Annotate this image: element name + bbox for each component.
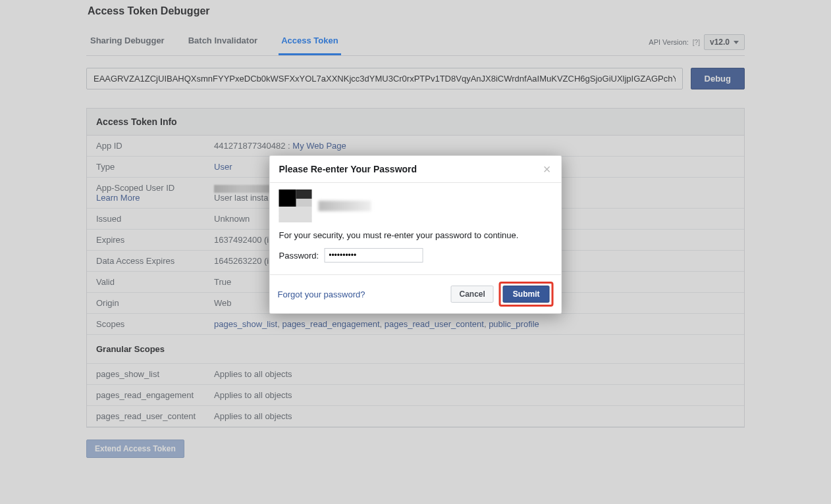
forgot-password-link[interactable]: Forgot your password? [278, 290, 451, 299]
redacted-user-name [319, 201, 371, 211]
password-label: Password: [279, 251, 319, 261]
avatar [279, 189, 312, 222]
close-icon[interactable]: × [542, 164, 552, 174]
password-input[interactable] [324, 248, 423, 263]
submit-highlight: Submit [499, 282, 554, 307]
submit-button[interactable]: Submit [503, 286, 550, 303]
password-modal: Please Re-enter Your Password × For your… [269, 155, 562, 314]
modal-title: Please Re-enter Your Password [279, 164, 542, 174]
modal-message: For your security, you must re-enter you… [279, 230, 552, 240]
cancel-button[interactable]: Cancel [450, 286, 493, 303]
